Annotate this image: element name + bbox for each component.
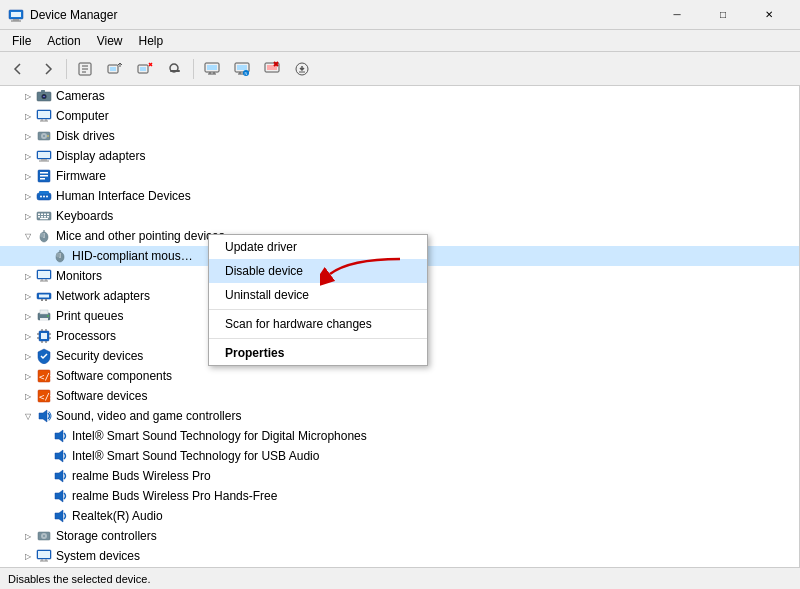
update-driver-button[interactable]	[101, 55, 129, 83]
svg-marker-107	[55, 430, 63, 442]
ctx-update-driver[interactable]: Update driver	[209, 235, 427, 259]
expand-softwarecomponents[interactable]: ▷	[20, 368, 36, 384]
scan-button[interactable]	[161, 55, 189, 83]
separator-2	[193, 59, 194, 79]
expand-system[interactable]: ▷	[20, 548, 36, 564]
svg-rect-17	[207, 65, 217, 70]
tree-item-intel-usb[interactable]: Intel® Smart Sound Technology for USB Au…	[0, 446, 799, 466]
forward-button[interactable]	[34, 55, 62, 83]
tree-item-keyboards[interactable]: ▷ Keyboards	[0, 206, 799, 226]
monitors-label: Monitors	[56, 269, 102, 283]
security-icon	[36, 348, 52, 364]
expand-hid[interactable]: ▷	[20, 188, 36, 204]
tree-item-realme-buds[interactable]: realme Buds Wireless Pro	[0, 466, 799, 486]
realme-hands-label: realme Buds Wireless Pro Hands-Free	[72, 489, 277, 503]
svg-rect-90	[40, 318, 48, 321]
expand-computer[interactable]: ▷	[20, 108, 36, 124]
minimize-button[interactable]: ─	[654, 0, 700, 30]
hid-icon	[36, 188, 52, 204]
menu-view[interactable]: View	[89, 32, 131, 50]
tree-item-firmware[interactable]: ▷ Firmware	[0, 166, 799, 186]
system-icon	[36, 548, 52, 564]
network-button[interactable]: N	[228, 55, 256, 83]
download-button[interactable]	[288, 55, 316, 83]
networkadapters-icon	[36, 288, 52, 304]
expand-cameras[interactable]: ▷	[20, 88, 36, 104]
svg-point-58	[40, 196, 42, 198]
tree-item-hid[interactable]: ▷ Human Interface Devices	[0, 186, 799, 206]
monitor-button[interactable]	[198, 55, 226, 83]
expand-softwaredevices[interactable]: ▷	[20, 388, 36, 404]
expand-realme-buds	[36, 468, 52, 484]
svg-rect-3	[11, 20, 21, 21]
expand-monitors[interactable]: ▷	[20, 268, 36, 284]
maximize-button[interactable]: □	[700, 0, 746, 30]
svg-rect-54	[40, 175, 48, 177]
intel-usb-icon	[52, 448, 68, 464]
expand-intel-usb	[36, 448, 52, 464]
svg-rect-40	[38, 111, 50, 118]
tree-item-diskdrives[interactable]: ▷ Disk drives	[0, 126, 799, 146]
back-button[interactable]	[4, 55, 32, 83]
close-button[interactable]: ✕	[746, 0, 792, 30]
expand-security[interactable]: ▷	[20, 348, 36, 364]
tree-item-system[interactable]: ▷ System devices	[0, 546, 799, 566]
separator-1	[66, 59, 67, 79]
ctx-scan-changes[interactable]: Scan for hardware changes	[209, 312, 427, 336]
svg-marker-108	[55, 450, 63, 462]
softwarecomponents-label: Software components	[56, 369, 172, 383]
tree-item-computer[interactable]: ▷ Computer	[0, 106, 799, 126]
expand-storage[interactable]: ▷	[20, 528, 36, 544]
tree-item-realtek[interactable]: Realtek(R) Audio	[0, 506, 799, 526]
tree-item-softwaredevices[interactable]: ▷ </> Software devices	[0, 386, 799, 406]
menu-help[interactable]: Help	[131, 32, 172, 50]
expand-sound[interactable]: ▽	[20, 408, 36, 424]
svg-marker-111	[55, 510, 63, 522]
window-title: Device Manager	[30, 8, 654, 22]
svg-rect-85	[39, 295, 49, 298]
softwaredevices-label: Software devices	[56, 389, 147, 403]
processors-label: Processors	[56, 329, 116, 343]
svg-rect-64	[44, 214, 46, 216]
monitors-icon	[36, 268, 52, 284]
expand-firmware[interactable]: ▷	[20, 168, 36, 184]
printqueues-label: Print queues	[56, 309, 123, 323]
properties-button[interactable]	[71, 55, 99, 83]
tree-item-softwarecomponents[interactable]: ▷ </> Software components	[0, 366, 799, 386]
menu-file[interactable]: File	[4, 32, 39, 50]
mice-icon	[36, 228, 52, 244]
svg-rect-57	[39, 191, 49, 194]
expand-hid-mouse[interactable]	[36, 248, 52, 264]
ctx-disable-device[interactable]: Disable device	[209, 259, 427, 283]
tree-item-realme-hands[interactable]: realme Buds Wireless Pro Hands-Free	[0, 486, 799, 506]
realme-hands-icon	[52, 488, 68, 504]
expand-diskdrives[interactable]: ▷	[20, 128, 36, 144]
sound-label: Sound, video and game controllers	[56, 409, 241, 423]
tree-item-displayadapters[interactable]: ▷ Display adapters	[0, 146, 799, 166]
tree-item-storage[interactable]: ▷ Storage controllers	[0, 526, 799, 546]
softwaredevices-icon: </>	[36, 388, 52, 404]
svg-rect-86	[41, 299, 43, 301]
realme-buds-icon	[52, 468, 68, 484]
uninstall-button[interactable]	[131, 55, 159, 83]
ctx-scan-changes-label: Scan for hardware changes	[225, 317, 372, 331]
svg-rect-50	[41, 159, 47, 161]
svg-rect-70	[40, 218, 48, 219]
expand-networkadapters[interactable]: ▷	[20, 288, 36, 304]
menu-action[interactable]: Action	[39, 32, 88, 50]
sound-icon	[36, 408, 52, 424]
ctx-uninstall-device[interactable]: Uninstall device	[209, 283, 427, 307]
ctx-properties[interactable]: Properties	[209, 341, 427, 365]
tree-item-cameras[interactable]: ▷ Cameras	[0, 86, 799, 106]
svg-rect-66	[38, 216, 40, 218]
delete-button[interactable]	[258, 55, 286, 83]
expand-displayadapters[interactable]: ▷	[20, 148, 36, 164]
svg-marker-109	[55, 470, 63, 482]
expand-printqueues[interactable]: ▷	[20, 308, 36, 324]
expand-mice[interactable]: ▽	[20, 228, 36, 244]
tree-item-sound[interactable]: ▽ Sound, video and game controllers	[0, 406, 799, 426]
tree-item-intel-mic[interactable]: Intel® Smart Sound Technology for Digita…	[0, 426, 799, 446]
expand-processors[interactable]: ▷	[20, 328, 36, 344]
expand-keyboards[interactable]: ▷	[20, 208, 36, 224]
computer-label: Computer	[56, 109, 109, 123]
